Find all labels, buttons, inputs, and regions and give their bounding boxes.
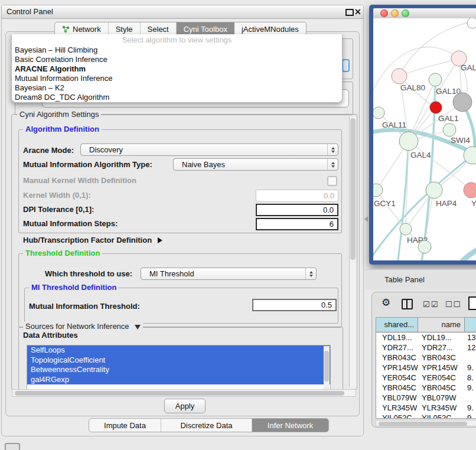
table-row[interactable]: YBR043CYBR043C (376, 353, 476, 363)
node-table: shared... name YDL19...YDL19...13YDR27..… (376, 317, 476, 419)
table-row[interactable]: YBL079WYBL079W (376, 393, 476, 403)
list-item-topologicalcoefficient[interactable]: TopologicalCoefficient (27, 356, 330, 366)
network-node-gal4[interactable] (399, 132, 418, 151)
network-node[interactable] (453, 93, 472, 112)
table-cell: 8. (465, 373, 476, 383)
tab-label: Discretize Data (180, 421, 232, 430)
input-value: 0.0 (323, 206, 334, 214)
network-node[interactable] (467, 18, 476, 28)
kernel-width-input[interactable]: 0.0 (256, 190, 338, 202)
function-builder-icon[interactable] (468, 296, 476, 310)
focused-combo-button-partial[interactable] (342, 59, 350, 72)
tab-style[interactable]: Style (109, 22, 141, 35)
which-threshold-combo[interactable]: MI Threshold (141, 268, 317, 280)
tab-label: Style (116, 25, 133, 34)
table-row[interactable]: YLR345WYLR345W9. (376, 403, 476, 413)
minimize-traffic-light-icon[interactable] (391, 9, 399, 17)
column-header-name[interactable]: name (418, 318, 465, 332)
close-traffic-light-icon[interactable] (380, 9, 388, 17)
tab-jactivemnodules[interactable]: jActiveMNodules (234, 22, 306, 35)
settings-horizontal-scrollbar[interactable] (12, 389, 356, 397)
node-label: GAL4 (410, 151, 431, 159)
tab-cyni-toolbox[interactable]: Cyni Toolbox (177, 22, 234, 35)
tab-label: jActiveMNodules (242, 25, 299, 34)
list-item-gal4rgexp[interactable]: gal4RGexp (27, 375, 330, 385)
network-node[interactable] (429, 73, 442, 86)
network-canvas[interactable]: GALGAL80GAL10GAL1GAL11SWI4GAL4GCY1HAP4YH… (373, 18, 476, 260)
bottom-left-partial-button[interactable] (5, 443, 20, 450)
apply-button[interactable]: Apply (164, 399, 206, 413)
network-node-gal1[interactable] (430, 102, 442, 113)
list-scrollbar-thumb[interactable] (324, 351, 329, 381)
table-header-row: shared... name (376, 318, 476, 332)
combo-stepper-icon (305, 268, 316, 279)
which-threshold-label: Which threshold to use: (45, 269, 132, 278)
tab-discretize-data[interactable]: Discretize Data (161, 419, 252, 432)
network-node-hap4[interactable] (426, 182, 442, 198)
table-row[interactable]: YDL19...YDL19...13 (376, 332, 476, 343)
hub-section-toggle[interactable]: Hub/Transcription Factor Definition (23, 236, 162, 244)
tab-infer-network[interactable]: Infer Network (252, 419, 328, 432)
sources-toggle[interactable]: Sources for Network Inference (23, 322, 143, 331)
combo-stepper-icon (327, 159, 338, 170)
tab-select[interactable]: Select (141, 22, 177, 35)
table-cell: 9. (465, 383, 476, 393)
tab-network[interactable]: Network (55, 22, 109, 35)
network-node-y[interactable] (464, 182, 476, 198)
network-node-gal80[interactable] (392, 69, 407, 84)
table-row[interactable]: YIL052CYIL052C9. (376, 413, 476, 419)
list-item-betweennesscentrality[interactable]: BetweennessCentrality (27, 365, 330, 375)
table-horizontal-scrollbar[interactable] (376, 420, 476, 426)
input-value: 0.0 (324, 191, 334, 200)
column-header-partial[interactable] (465, 318, 476, 332)
float-window-icon[interactable] (345, 9, 354, 16)
data-attributes-list[interactable]: SelfLoops TopologicalCoefficient Between… (27, 345, 331, 394)
menu-item-bayesian-k2[interactable]: Bayesian – K2 (12, 83, 342, 93)
settings-vertical-scrollbar[interactable] (349, 116, 357, 387)
zoom-traffic-light-icon[interactable] (402, 9, 409, 17)
horizontal-scrollbar-thumb[interactable] (15, 391, 344, 396)
network-node-hap2[interactable] (400, 223, 412, 235)
table-row[interactable]: YPR145WYPR145W9. (376, 363, 476, 373)
panel-splitter-collapse-icon[interactable] (364, 216, 368, 222)
menu-item-mutual-information[interactable]: Mutual Information Inference (12, 74, 342, 83)
menu-item-basic-correlation[interactable]: Basic Correlation Inference (12, 55, 342, 64)
deselect-all-icon[interactable]: ☐☐ (445, 300, 461, 309)
network-node[interactable] (418, 240, 431, 253)
settings-scrollbar-thumb[interactable] (350, 118, 356, 260)
mi-threshold-input[interactable]: 0.5 (252, 299, 337, 311)
gear-icon[interactable]: ⚙ (382, 296, 390, 309)
show-columns-icon[interactable] (402, 299, 413, 309)
aracne-mode-combo[interactable]: Discovery (80, 144, 338, 156)
table-row[interactable]: YBR045CYBR045C9. (376, 383, 476, 393)
table-cell: YPR145W (418, 363, 465, 373)
table-cell: 13 (465, 332, 476, 343)
list-item-selfloops[interactable]: SelfLoops (27, 345, 330, 356)
manual-kernel-width-checkbox[interactable] (327, 176, 337, 186)
close-icon[interactable]: ✕ (354, 6, 361, 17)
mi-algorithm-type-combo[interactable]: Naive Bayes (173, 158, 338, 171)
table-scrollbar-thumb[interactable] (379, 422, 467, 426)
network-node[interactable] (443, 123, 456, 136)
mi-steps-input[interactable]: 6 (256, 218, 338, 230)
table-cell: YDL19... (418, 332, 465, 343)
network-node-gal11[interactable] (373, 107, 384, 119)
mi-algorithm-type-label: Mutual Information Algorithm Type: (23, 160, 152, 169)
expand-arrow-icon (158, 237, 162, 243)
list-scrollbar[interactable] (324, 346, 330, 393)
dpi-tolerance-input[interactable]: 0.0 (256, 204, 338, 216)
network-node-gcy1[interactable] (373, 184, 383, 197)
node-label: HAP4 (436, 199, 457, 208)
combo-value: Discovery (89, 145, 123, 154)
select-all-icon[interactable]: ☑☑ (423, 300, 439, 309)
table-row[interactable]: YER054CYER054C8. (376, 373, 476, 383)
menu-item-dream8[interactable]: Dream8 DC_TDC Algorithm (12, 93, 342, 102)
table-cell (465, 353, 476, 363)
table-row[interactable]: YDR27...YDR27...12 (376, 343, 476, 353)
aracne-mode-label: Aracne Mode: (23, 146, 74, 155)
network-window-titlebar[interactable] (373, 8, 476, 18)
menu-item-aracne[interactable]: ARACNE Algorithm (12, 64, 342, 74)
menu-item-bayesian-hill-climbing[interactable]: Bayesian – Hill Climbing (12, 45, 342, 55)
column-header-shared-name[interactable]: shared... (376, 318, 418, 332)
tab-impute-data[interactable]: Impute Data (89, 419, 161, 432)
